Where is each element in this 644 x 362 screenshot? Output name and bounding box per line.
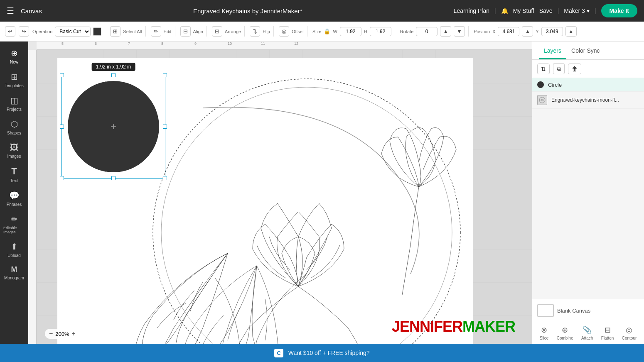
main-area: ⊕ New ⊞ Templates ◫ Projects ⬡ Shapes 🖼 … (0, 42, 644, 344)
zoom-control: − 200% + (45, 329, 80, 339)
action-slice[interactable]: ⊗ Slice (540, 325, 549, 340)
width-input[interactable] (340, 27, 361, 36)
shapes-icon: ⬡ (11, 119, 18, 129)
promo-text: Want $10 off + FREE shipping? (288, 350, 370, 356)
tab-color-sync[interactable]: Color Sync (566, 42, 605, 59)
topbar-right: Learning Plan | 🔔 My Stuff Save | Maker … (454, 4, 637, 17)
size-tooltip: 1.92 in x 1.92 in (92, 63, 135, 71)
canvas-area[interactable]: 5 6 7 8 9 10 11 12 (28, 42, 532, 344)
selected-circle-element[interactable]: 1.92 in x 1.92 in + (61, 75, 165, 179)
arrange-button[interactable]: ⊞ (212, 26, 222, 37)
edit-button[interactable]: ✏ (151, 26, 161, 37)
watermark-part1: JENNIFER (392, 318, 462, 335)
layer-item-engraved[interactable]: Engraved-keychains-moon-fl... (532, 92, 644, 109)
tab-layers[interactable]: Layers (539, 42, 566, 59)
handle-right-middle[interactable] (163, 125, 167, 129)
sidebar-item-phrases[interactable]: 💬 Phrases (2, 187, 27, 210)
sidebar-item-text[interactable]: T Text (2, 163, 27, 186)
combine-icon: ⊕ (562, 325, 568, 335)
sidebar-item-monogram[interactable]: M Monogram (2, 262, 27, 284)
hamburger-menu[interactable]: ☰ (7, 6, 14, 16)
operation-select[interactable]: Basic Cut (55, 27, 91, 37)
learning-plan[interactable]: Learning Plan (454, 7, 489, 14)
blank-canvas-label: Blank Canvas (557, 308, 590, 314)
size-label: Size (312, 29, 321, 34)
left-sidebar: ⊕ New ⊞ Templates ◫ Projects ⬡ Shapes 🖼 … (0, 42, 28, 344)
layers-duplicate-button[interactable]: ⧉ (553, 63, 565, 74)
ruler-left (28, 50, 37, 344)
action-combine[interactable]: ⊕ Combine (557, 325, 573, 340)
zoom-in-button[interactable]: + (72, 330, 76, 337)
select-all-button[interactable]: ⊞ (110, 26, 120, 37)
my-stuff[interactable]: My Stuff (513, 7, 534, 14)
projects-icon: ◫ (10, 95, 18, 105)
layer-thumb-icon (538, 96, 546, 104)
flip-button[interactable]: ⇅ (250, 26, 260, 37)
topbar-title: Engraved Keychains by JenniferMaker* (49, 7, 447, 15)
sidebar-item-editable-images[interactable]: ✏ Editable Images (2, 211, 27, 237)
handle-top-middle[interactable] (111, 73, 116, 77)
circle-shape[interactable]: + (68, 81, 159, 172)
action-attach[interactable]: 📎 Attach (581, 325, 593, 340)
offset-button[interactable]: ◎ (279, 26, 289, 37)
sidebar-item-images[interactable]: 🖼 Images (2, 139, 27, 162)
handle-top-left[interactable] (60, 73, 64, 77)
layers-delete-button[interactable]: 🗑 (568, 64, 581, 74)
watermark: JENNIFERMAKER (392, 318, 515, 335)
canvas-content[interactable]: 1.92 in x 1.92 in + − 200% (37, 50, 532, 344)
layers-toolbar-sort[interactable]: ⇅ (537, 64, 550, 74)
position-group: Position X ▲ Y ▲ (474, 26, 580, 37)
editable-images-icon: ✏ (11, 214, 18, 224)
height-input[interactable] (370, 27, 391, 36)
flip-label: Flip (263, 29, 270, 34)
handle-bottom-middle[interactable] (111, 176, 116, 180)
arrange-label: Arrange (225, 29, 241, 34)
maker-selector[interactable]: Maker 3 ▾ (564, 7, 590, 14)
sidebar-item-upload[interactable]: ⬆ Upload (2, 238, 27, 261)
y-input[interactable] (541, 27, 563, 36)
x-input[interactable] (498, 27, 519, 36)
handle-bottom-left[interactable] (60, 176, 64, 180)
h-label: H (364, 29, 367, 34)
x-inc[interactable]: ▲ (522, 26, 533, 37)
sidebar-item-projects[interactable]: ◫ Projects (2, 92, 27, 115)
svg-point-1 (161, 87, 452, 344)
rotate-inc[interactable]: ▲ (440, 26, 451, 37)
sidebar-item-new[interactable]: ⊕ New (2, 45, 27, 68)
undo-button[interactable]: ↩ (5, 26, 15, 37)
blank-canvas-indicator: Blank Canvas (532, 299, 644, 322)
zoom-out-button[interactable]: − (49, 330, 53, 337)
promo-bar[interactable]: C Want $10 off + FREE shipping? (0, 344, 644, 362)
action-flatten[interactable]: ⊟ Flatten (601, 325, 614, 340)
layer-color-circle (537, 81, 544, 88)
operation-color[interactable] (93, 27, 101, 36)
handle-bottom-right[interactable] (163, 176, 167, 180)
action-contour[interactable]: ◎ Contour (622, 325, 637, 340)
bell-icon[interactable]: 🔔 (501, 7, 508, 14)
flatten-icon: ⊟ (605, 325, 611, 335)
align-label: Align (193, 29, 203, 34)
ruler-top-ticks: 5 6 7 8 9 10 11 12 (37, 42, 532, 49)
operation-label: Operation (32, 29, 52, 34)
save-button[interactable]: Save (539, 7, 553, 14)
promo-icon: C (274, 349, 283, 357)
rotate-dec[interactable]: ▼ (454, 26, 465, 37)
offset-label: Offset (292, 29, 304, 34)
align-button[interactable]: ⊟ (180, 26, 191, 37)
lock-icon[interactable]: 🔒 (324, 28, 330, 34)
x-label: X (492, 29, 495, 34)
design-art[interactable] (120, 66, 494, 344)
rotate-input[interactable] (416, 27, 438, 36)
upload-icon: ⬆ (11, 242, 18, 252)
redo-button[interactable]: ↪ (19, 26, 29, 37)
handle-top-right[interactable] (163, 73, 167, 77)
sidebar-item-shapes[interactable]: ⬡ Shapes (2, 116, 27, 139)
topbar: ☰ Canvas Engraved Keychains by JenniferM… (0, 0, 644, 22)
rotate-group: Rotate ▲ ▼ (400, 26, 469, 37)
layer-item-circle[interactable]: Circle (532, 78, 644, 92)
handle-left-middle[interactable] (60, 125, 64, 129)
y-inc[interactable]: ▲ (565, 26, 577, 37)
pipe3: | (595, 7, 596, 14)
sidebar-item-templates[interactable]: ⊞ Templates (2, 68, 27, 91)
make-it-button[interactable]: Make It (601, 4, 637, 17)
